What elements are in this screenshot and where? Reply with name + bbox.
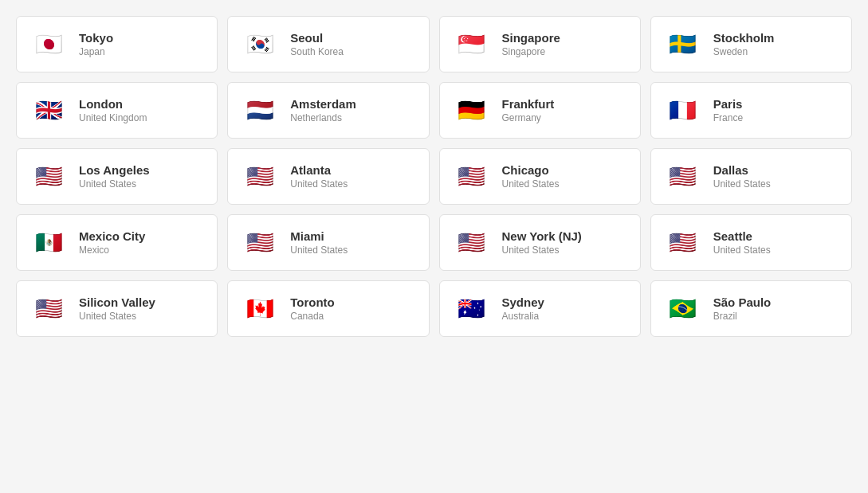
card-text-silicon-valley: Silicon ValleyUnited States (79, 295, 155, 322)
card-text-seoul: SeoulSouth Korea (290, 31, 344, 57)
country-name-seoul: South Korea (290, 46, 344, 57)
location-card-mexico-city[interactable]: 🇲🇽Mexico CityMexico (16, 214, 218, 271)
country-name-atlanta: United States (290, 178, 348, 190)
flag-paris: 🇫🇷 (664, 98, 702, 123)
city-name-tokyo: Tokyo (79, 31, 113, 45)
card-text-singapore: SingaporeSingapore (502, 31, 560, 57)
city-name-seattle: Seattle (713, 229, 771, 243)
flag-london: 🇬🇧 (29, 98, 68, 123)
card-text-dallas: DallasUnited States (713, 163, 771, 190)
card-text-seattle: SeattleUnited States (713, 229, 771, 256)
flag-stockholm: 🇸🇪 (664, 32, 702, 57)
flag-miami: 🇺🇸 (241, 230, 279, 256)
city-name-stockholm: Stockholm (713, 31, 775, 45)
country-name-stockholm: Sweden (713, 46, 775, 57)
locations-grid: 🇯🇵TokyoJapan🇰🇷SeoulSouth Korea🇸🇬Singapor… (16, 16, 852, 337)
country-name-tokyo: Japan (79, 46, 113, 57)
city-name-miami: Miami (290, 229, 348, 243)
flag-mexico-city: 🇲🇽 (29, 230, 68, 256)
location-card-paris[interactable]: 🇫🇷ParisFrance (650, 82, 852, 139)
card-text-miami: MiamiUnited States (290, 229, 348, 256)
city-name-singapore: Singapore (502, 31, 560, 45)
city-name-london: London (79, 97, 147, 111)
card-text-new-york: New York (NJ)United States (502, 229, 582, 256)
flag-chicago: 🇺🇸 (453, 164, 491, 190)
card-text-los-angeles: Los AngelesUnited States (79, 163, 150, 190)
country-name-toronto: Canada (290, 311, 335, 322)
country-name-sao-paulo: Brazil (713, 311, 772, 322)
location-card-seattle[interactable]: 🇺🇸SeattleUnited States (650, 214, 852, 271)
city-name-paris: Paris (713, 97, 743, 111)
country-name-frankfurt: Germany (502, 112, 555, 123)
card-text-paris: ParisFrance (713, 97, 743, 123)
flag-toronto: 🇨🇦 (241, 296, 279, 322)
card-text-frankfurt: FrankfurtGermany (502, 97, 555, 123)
country-name-sydney: Australia (502, 311, 544, 322)
city-name-mexico-city: Mexico City (79, 229, 145, 243)
location-card-sydney[interactable]: 🇦🇺SydneyAustralia (439, 280, 641, 337)
flag-seoul: 🇰🇷 (241, 32, 279, 57)
city-name-amsterdam: Amsterdam (290, 97, 356, 111)
flag-seattle: 🇺🇸 (664, 230, 702, 256)
city-name-chicago: Chicago (502, 163, 560, 177)
card-text-toronto: TorontoCanada (290, 295, 335, 322)
flag-atlanta: 🇺🇸 (241, 164, 279, 190)
location-card-sao-paulo[interactable]: 🇧🇷São PauloBrazil (650, 280, 852, 337)
flag-sydney: 🇦🇺 (453, 296, 491, 322)
city-name-new-york: New York (NJ) (502, 229, 582, 243)
city-name-sao-paulo: São Paulo (713, 295, 772, 309)
country-name-amsterdam: Netherlands (290, 112, 356, 123)
country-name-los-angeles: United States (79, 178, 150, 190)
city-name-toronto: Toronto (290, 295, 335, 309)
city-name-silicon-valley: Silicon Valley (79, 295, 155, 309)
location-card-chicago[interactable]: 🇺🇸ChicagoUnited States (439, 148, 641, 205)
card-text-tokyo: TokyoJapan (79, 31, 113, 57)
flag-frankfurt: 🇩🇪 (453, 98, 491, 123)
country-name-london: United Kingdom (79, 112, 147, 123)
card-text-london: LondonUnited Kingdom (79, 97, 147, 123)
location-card-stockholm[interactable]: 🇸🇪StockholmSweden (650, 16, 852, 72)
country-name-silicon-valley: United States (79, 311, 155, 322)
flag-dallas: 🇺🇸 (664, 164, 702, 190)
card-text-sydney: SydneyAustralia (502, 295, 544, 322)
location-card-seoul[interactable]: 🇰🇷SeoulSouth Korea (227, 16, 429, 72)
country-name-mexico-city: Mexico (79, 245, 145, 256)
flag-sao-paulo: 🇧🇷 (664, 296, 702, 322)
country-name-paris: France (713, 112, 743, 123)
country-name-miami: United States (290, 245, 348, 256)
location-card-frankfurt[interactable]: 🇩🇪FrankfurtGermany (439, 82, 641, 139)
location-card-dallas[interactable]: 🇺🇸DallasUnited States (650, 148, 852, 205)
flag-los-angeles: 🇺🇸 (29, 164, 68, 190)
country-name-chicago: United States (502, 178, 560, 190)
flag-tokyo: 🇯🇵 (29, 32, 68, 57)
card-text-atlanta: AtlantaUnited States (290, 163, 348, 190)
flag-amsterdam: 🇳🇱 (241, 98, 279, 123)
location-card-tokyo[interactable]: 🇯🇵TokyoJapan (16, 16, 218, 72)
location-card-toronto[interactable]: 🇨🇦TorontoCanada (227, 280, 429, 337)
card-text-stockholm: StockholmSweden (713, 31, 775, 57)
country-name-singapore: Singapore (502, 46, 560, 57)
city-name-seoul: Seoul (290, 31, 344, 45)
card-text-sao-paulo: São PauloBrazil (713, 295, 772, 322)
city-name-sydney: Sydney (502, 295, 544, 309)
location-card-london[interactable]: 🇬🇧LondonUnited Kingdom (16, 82, 218, 139)
location-card-miami[interactable]: 🇺🇸MiamiUnited States (227, 214, 429, 271)
city-name-dallas: Dallas (713, 163, 771, 177)
card-text-chicago: ChicagoUnited States (502, 163, 560, 190)
city-name-atlanta: Atlanta (290, 163, 348, 177)
location-card-silicon-valley[interactable]: 🇺🇸Silicon ValleyUnited States (16, 280, 218, 337)
country-name-dallas: United States (713, 178, 771, 190)
card-text-amsterdam: AmsterdamNetherlands (290, 97, 356, 123)
city-name-los-angeles: Los Angeles (79, 163, 150, 177)
flag-singapore: 🇸🇬 (453, 32, 491, 57)
card-text-mexico-city: Mexico CityMexico (79, 229, 145, 256)
country-name-new-york: United States (502, 245, 582, 256)
flag-new-york: 🇺🇸 (453, 230, 491, 256)
flag-silicon-valley: 🇺🇸 (29, 296, 68, 322)
location-card-singapore[interactable]: 🇸🇬SingaporeSingapore (439, 16, 641, 72)
location-card-amsterdam[interactable]: 🇳🇱AmsterdamNetherlands (227, 82, 429, 139)
country-name-seattle: United States (713, 245, 771, 256)
location-card-los-angeles[interactable]: 🇺🇸Los AngelesUnited States (16, 148, 218, 205)
location-card-atlanta[interactable]: 🇺🇸AtlantaUnited States (227, 148, 429, 205)
location-card-new-york[interactable]: 🇺🇸New York (NJ)United States (439, 214, 641, 271)
